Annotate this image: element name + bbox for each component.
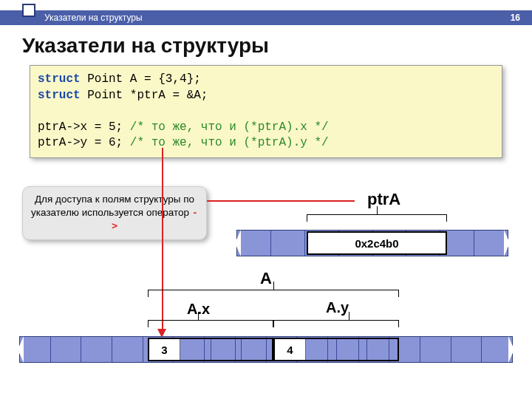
label-Ay: A.y [326, 299, 349, 316]
code-text: Point A = {3,4}; [81, 72, 201, 86]
pointer-value-box: 0x2c4b0 [307, 231, 447, 255]
connector-line [207, 200, 355, 202]
field-Ay-value: 4 [275, 339, 306, 360]
code-kw: struct [38, 72, 81, 86]
callout-box: Для доступа к полям структуры по указате… [22, 186, 207, 240]
code-comment: /* то же, что и (*ptrA).y */ [130, 136, 329, 149]
code-text: ptrA->y = 6; [38, 136, 130, 149]
strip-notch [504, 230, 510, 256]
strip-notch [235, 230, 241, 256]
header-title: Указатели на структуры [44, 13, 143, 23]
strip-notch [508, 336, 514, 363]
code-kw: struct [38, 89, 81, 102]
bracket-ptrA [307, 214, 447, 222]
bracket-A [148, 290, 399, 297]
code-text: ptrA->x = 5; [38, 120, 130, 134]
page-title: Указатели на структуры [22, 34, 269, 58]
bracket-Ax [148, 320, 273, 327]
label-ptrA: ptrA [367, 190, 400, 209]
label-A: A [260, 269, 272, 288]
field-Ax-value: 3 [149, 339, 180, 360]
field-Ay-box: 4 [273, 338, 399, 361]
code-text: Point *ptrA = &A; [81, 89, 208, 102]
code-block: struct Point A = {3,4}; struct Point *pt… [30, 65, 502, 158]
header-decor-square [22, 4, 35, 17]
page-number: 16 [511, 13, 520, 23]
slide-header: Указатели на структуры 16 [0, 10, 532, 25]
bracket-Ay [273, 320, 399, 327]
callout-text: Для доступа к полям структуры по указате… [31, 194, 194, 218]
field-Ax-box: 3 [148, 338, 273, 361]
code-comment: /* то же, что и (*ptrA).x */ [130, 120, 329, 134]
pointer-value: 0x2c4b0 [355, 237, 398, 250]
connector-line [162, 148, 163, 329]
strip-notch [18, 336, 24, 363]
